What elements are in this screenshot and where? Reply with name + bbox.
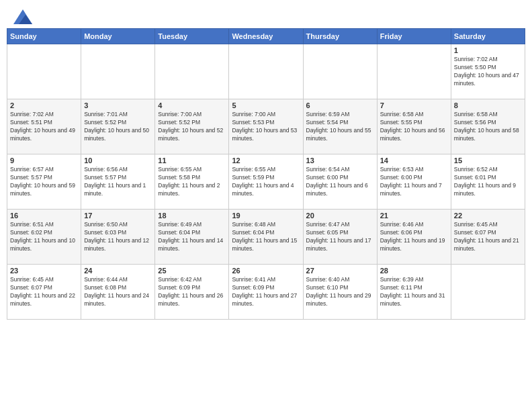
header	[0, 0, 532, 28]
cell-info: Sunrise: 7:01 AM Sunset: 5:52 PM Dayligh…	[84, 111, 152, 143]
day-header-saturday: Saturday	[451, 29, 525, 44]
calendar-body: 1Sunrise: 7:02 AM Sunset: 5:50 PM Daylig…	[7, 44, 525, 320]
calendar: SundayMondayTuesdayWednesdayThursdayFrid…	[0, 28, 532, 411]
calendar-cell: 18Sunrise: 6:49 AM Sunset: 6:04 PM Dayli…	[155, 210, 229, 265]
page: SundayMondayTuesdayWednesdayThursdayFrid…	[0, 0, 532, 411]
day-number: 18	[158, 212, 226, 220]
day-number: 7	[380, 101, 448, 109]
cell-info: Sunrise: 6:51 AM Sunset: 6:02 PM Dayligh…	[10, 221, 78, 253]
day-number: 26	[232, 267, 300, 275]
day-number: 27	[306, 267, 374, 275]
day-header-tuesday: Tuesday	[155, 29, 229, 44]
day-number: 8	[454, 101, 522, 109]
cell-info: Sunrise: 6:41 AM Sunset: 6:09 PM Dayligh…	[232, 276, 300, 308]
day-number: 11	[158, 156, 226, 165]
cell-info: Sunrise: 6:59 AM Sunset: 5:54 PM Dayligh…	[306, 111, 374, 143]
cell-info: Sunrise: 6:53 AM Sunset: 6:00 PM Dayligh…	[380, 166, 448, 198]
day-number: 6	[306, 101, 374, 109]
logo-text	[12, 9, 32, 24]
day-number: 16	[10, 212, 78, 220]
calendar-cell: 2Sunrise: 7:02 AM Sunset: 5:51 PM Daylig…	[7, 99, 81, 154]
calendar-cell: 4Sunrise: 7:00 AM Sunset: 5:52 PM Daylig…	[155, 99, 229, 154]
day-number: 1	[454, 46, 522, 54]
day-header-friday: Friday	[377, 29, 451, 44]
calendar-cell: 19Sunrise: 6:48 AM Sunset: 6:04 PM Dayli…	[229, 210, 303, 265]
day-number: 13	[306, 156, 374, 165]
calendar-cell: 7Sunrise: 6:58 AM Sunset: 5:55 PM Daylig…	[377, 99, 451, 154]
calendar-cell: 8Sunrise: 6:58 AM Sunset: 5:56 PM Daylig…	[451, 99, 525, 154]
cell-info: Sunrise: 6:42 AM Sunset: 6:09 PM Dayligh…	[158, 276, 226, 308]
calendar-cell: 12Sunrise: 6:55 AM Sunset: 5:59 PM Dayli…	[229, 154, 303, 210]
day-number: 17	[84, 212, 152, 220]
day-header-row: SundayMondayTuesdayWednesdayThursdayFrid…	[7, 29, 525, 44]
logo-area	[12, 9, 32, 24]
cell-info: Sunrise: 6:52 AM Sunset: 6:01 PM Dayligh…	[454, 166, 522, 198]
calendar-cell: 22Sunrise: 6:45 AM Sunset: 6:07 PM Dayli…	[451, 210, 525, 265]
day-number: 10	[84, 156, 152, 165]
calendar-table: SundayMondayTuesdayWednesdayThursdayFrid…	[7, 28, 525, 320]
cell-info: Sunrise: 6:55 AM Sunset: 5:59 PM Dayligh…	[232, 166, 300, 198]
cell-info: Sunrise: 6:44 AM Sunset: 6:08 PM Dayligh…	[84, 276, 152, 308]
day-number: 9	[10, 156, 78, 165]
day-number: 2	[10, 101, 78, 109]
calendar-cell: 5Sunrise: 7:00 AM Sunset: 5:53 PM Daylig…	[229, 99, 303, 154]
calendar-header: SundayMondayTuesdayWednesdayThursdayFrid…	[7, 29, 525, 44]
cell-info: Sunrise: 6:54 AM Sunset: 6:00 PM Dayligh…	[306, 166, 374, 198]
calendar-cell: 27Sunrise: 6:40 AM Sunset: 6:10 PM Dayli…	[303, 265, 377, 320]
day-number: 20	[306, 212, 374, 220]
day-number: 24	[84, 267, 152, 275]
week-row-2: 2Sunrise: 7:02 AM Sunset: 5:51 PM Daylig…	[7, 99, 525, 154]
day-number: 14	[380, 156, 448, 165]
calendar-cell: 21Sunrise: 6:46 AM Sunset: 6:06 PM Dayli…	[377, 210, 451, 265]
cell-info: Sunrise: 6:48 AM Sunset: 6:04 PM Dayligh…	[232, 221, 300, 253]
calendar-cell: 9Sunrise: 6:57 AM Sunset: 5:57 PM Daylig…	[7, 154, 81, 210]
cell-info: Sunrise: 6:55 AM Sunset: 5:58 PM Dayligh…	[158, 166, 226, 198]
day-number: 4	[158, 101, 226, 109]
day-number: 19	[232, 212, 300, 220]
day-header-wednesday: Wednesday	[229, 29, 303, 44]
cell-info: Sunrise: 6:45 AM Sunset: 6:07 PM Dayligh…	[454, 221, 522, 253]
day-number: 25	[158, 267, 226, 275]
calendar-cell	[377, 44, 451, 99]
cell-info: Sunrise: 6:50 AM Sunset: 6:03 PM Dayligh…	[84, 221, 152, 253]
calendar-cell: 10Sunrise: 6:56 AM Sunset: 5:57 PM Dayli…	[81, 154, 155, 210]
cell-info: Sunrise: 6:58 AM Sunset: 5:55 PM Dayligh…	[380, 111, 448, 143]
cell-info: Sunrise: 6:46 AM Sunset: 6:06 PM Dayligh…	[380, 221, 448, 253]
logo-icon	[13, 9, 32, 24]
calendar-cell: 14Sunrise: 6:53 AM Sunset: 6:00 PM Dayli…	[377, 154, 451, 210]
day-number: 21	[380, 212, 448, 220]
week-row-1: 1Sunrise: 7:02 AM Sunset: 5:50 PM Daylig…	[7, 44, 525, 99]
cell-info: Sunrise: 6:57 AM Sunset: 5:57 PM Dayligh…	[10, 166, 78, 198]
calendar-cell: 17Sunrise: 6:50 AM Sunset: 6:03 PM Dayli…	[81, 210, 155, 265]
calendar-cell: 15Sunrise: 6:52 AM Sunset: 6:01 PM Dayli…	[451, 154, 525, 210]
day-number: 28	[380, 267, 448, 275]
week-row-3: 9Sunrise: 6:57 AM Sunset: 5:57 PM Daylig…	[7, 154, 525, 210]
day-number: 15	[454, 156, 522, 165]
cell-info: Sunrise: 6:40 AM Sunset: 6:10 PM Dayligh…	[306, 276, 374, 308]
day-number: 5	[232, 101, 300, 109]
cell-info: Sunrise: 6:39 AM Sunset: 6:11 PM Dayligh…	[380, 276, 448, 308]
calendar-cell	[7, 44, 81, 99]
cell-info: Sunrise: 6:58 AM Sunset: 5:56 PM Dayligh…	[454, 111, 522, 143]
cell-info: Sunrise: 6:47 AM Sunset: 6:05 PM Dayligh…	[306, 221, 374, 253]
cell-info: Sunrise: 6:49 AM Sunset: 6:04 PM Dayligh…	[158, 221, 226, 253]
day-header-sunday: Sunday	[7, 29, 81, 44]
calendar-cell	[229, 44, 303, 99]
day-number: 3	[84, 101, 152, 109]
cell-info: Sunrise: 7:00 AM Sunset: 5:53 PM Dayligh…	[232, 111, 300, 143]
day-number: 12	[232, 156, 300, 165]
cell-info: Sunrise: 6:56 AM Sunset: 5:57 PM Dayligh…	[84, 166, 152, 198]
day-header-monday: Monday	[81, 29, 155, 44]
cell-info: Sunrise: 6:45 AM Sunset: 6:07 PM Dayligh…	[10, 276, 78, 308]
calendar-cell: 24Sunrise: 6:44 AM Sunset: 6:08 PM Dayli…	[81, 265, 155, 320]
cell-info: Sunrise: 7:02 AM Sunset: 5:51 PM Dayligh…	[10, 111, 78, 143]
calendar-cell: 13Sunrise: 6:54 AM Sunset: 6:00 PM Dayli…	[303, 154, 377, 210]
calendar-cell	[451, 265, 525, 320]
week-row-4: 16Sunrise: 6:51 AM Sunset: 6:02 PM Dayli…	[7, 210, 525, 265]
day-number: 23	[10, 267, 78, 275]
calendar-cell: 16Sunrise: 6:51 AM Sunset: 6:02 PM Dayli…	[7, 210, 81, 265]
calendar-cell	[303, 44, 377, 99]
calendar-cell: 11Sunrise: 6:55 AM Sunset: 5:58 PM Dayli…	[155, 154, 229, 210]
day-header-thursday: Thursday	[303, 29, 377, 44]
cell-info: Sunrise: 7:02 AM Sunset: 5:50 PM Dayligh…	[454, 56, 522, 88]
